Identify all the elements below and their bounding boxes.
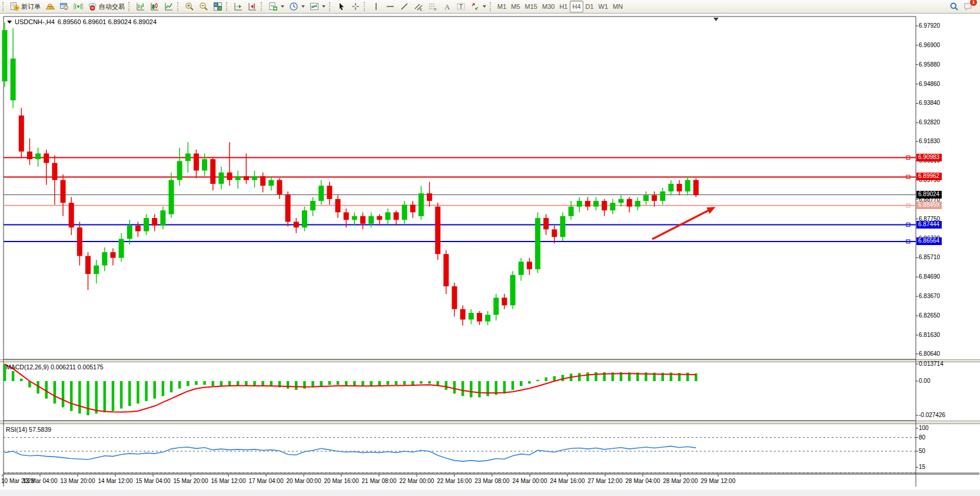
macd-tick: 0.00: [919, 378, 930, 384]
price-tick: 6.97920: [919, 22, 940, 29]
cursor-button[interactable]: [334, 1, 348, 12]
crosshair-button[interactable]: [348, 1, 363, 12]
timeframe-h1-button[interactable]: H1: [557, 1, 570, 12]
candle: [277, 180, 282, 194]
trendline-icon: [400, 2, 409, 11]
candle: [577, 201, 582, 207]
svg-text:F: F: [434, 8, 437, 11]
templates-button[interactable]: [307, 1, 328, 12]
zoom-in-button[interactable]: [182, 1, 197, 12]
svg-text:E: E: [420, 8, 422, 11]
toolbar-grip[interactable]: [2, 2, 6, 11]
candle: [535, 218, 540, 269]
candle: [85, 256, 91, 275]
channel-button[interactable]: E: [411, 1, 426, 12]
fibonacci-icon: F: [428, 2, 437, 11]
periods-button[interactable]: [287, 1, 307, 12]
text-label-button[interactable]: T: [454, 1, 468, 12]
autoscroll-icon: [234, 2, 243, 11]
candle: [677, 184, 682, 191]
toolbar-grip[interactable]: [226, 2, 230, 11]
candle: [268, 180, 274, 186]
chevron-down-icon[interactable]: [7, 21, 12, 24]
candle: [627, 199, 632, 207]
candle: [469, 313, 474, 319]
timeframe-m30-button[interactable]: M30: [540, 1, 557, 12]
timeframe-m5-button[interactable]: M5: [509, 1, 522, 12]
templates-icon: [310, 2, 319, 11]
search-icon: [949, 2, 959, 11]
toolbar-grip[interactable]: [261, 2, 264, 11]
bar-chart-button[interactable]: [134, 1, 148, 12]
vertical-line-button[interactable]: [369, 1, 383, 12]
candle: [294, 222, 299, 228]
add-indicator-button[interactable]: [266, 1, 287, 12]
candle: [218, 173, 224, 184]
channel-icon: E: [414, 2, 423, 11]
chart-canvas[interactable]: [0, 14, 980, 496]
timeframe-m1-button[interactable]: M1: [495, 1, 509, 12]
timeframe-mn-button[interactable]: MN: [610, 1, 625, 12]
gold-button[interactable]: [43, 1, 57, 12]
timeframe-m15-button[interactable]: M15: [523, 1, 540, 12]
rsi-indicator-label: RSI(14) 57.5839: [6, 426, 51, 433]
chat-notification-badge: 1: [970, 0, 977, 6]
timeframe-d1-button[interactable]: D1: [583, 1, 596, 12]
candle: [210, 159, 215, 184]
price-tick: 6.85710: [919, 254, 940, 260]
trendline-button[interactable]: [397, 1, 411, 12]
horizontal-line-button[interactable]: [383, 1, 397, 12]
chart-profiles-icon: [59, 2, 69, 11]
toolbar-grip[interactable]: [364, 2, 367, 11]
current-price-label: 6.89024: [916, 191, 942, 199]
toolbar-grip[interactable]: [490, 2, 493, 11]
rsi-tick: 15: [919, 464, 925, 470]
candlestick-chart-icon: [150, 2, 160, 11]
timeframe-w1-button[interactable]: W1: [596, 1, 611, 12]
rsi-name: RSI(14): [6, 426, 27, 433]
timeframe-h4-button[interactable]: H4: [570, 1, 583, 12]
candle: [477, 313, 482, 321]
candle: [260, 176, 265, 186]
toolbar-grip[interactable]: [329, 2, 333, 11]
arrow-annotation[interactable]: [652, 207, 716, 239]
autoscroll-button[interactable]: [231, 1, 245, 12]
price-tick: 6.84690: [919, 273, 940, 280]
chart-shift-button[interactable]: [245, 1, 260, 12]
candle: [669, 184, 674, 191]
candle: [352, 216, 357, 220]
text-button[interactable]: A: [440, 1, 454, 12]
arrows-button[interactable]: [468, 1, 489, 12]
fibonacci-button[interactable]: F: [426, 1, 440, 12]
candle: [110, 252, 115, 258]
zoom-out-button[interactable]: [197, 1, 211, 12]
line-chart-icon: [164, 2, 174, 11]
chevron-down-icon: [483, 5, 486, 8]
tile-windows-button[interactable]: [211, 1, 225, 12]
candle: [485, 315, 490, 321]
candle: [510, 275, 516, 306]
autotrading-button[interactable]: 自动交易: [85, 1, 127, 12]
candle: [202, 159, 207, 170]
candle: [344, 212, 349, 220]
chart-profiles-button[interactable]: [57, 1, 71, 12]
line-chart-button[interactable]: [162, 1, 176, 12]
candle: [27, 151, 32, 159]
new-order-button[interactable]: 新订单: [8, 1, 43, 12]
toolbar-grip[interactable]: [128, 2, 132, 11]
candle: [418, 193, 424, 216]
candlestick-chart-button[interactable]: [148, 1, 162, 12]
candle: [585, 201, 590, 207]
candle: [552, 229, 557, 237]
price-line-label: 6.90983: [916, 154, 942, 161]
chat-button[interactable]: 1: [961, 1, 975, 12]
candle: [2, 30, 8, 81]
rsi-line: [5, 446, 696, 461]
signal-button[interactable]: [71, 1, 85, 12]
price-tick: 6.93840: [919, 100, 940, 106]
search-button[interactable]: [947, 1, 961, 12]
toolbar-grip[interactable]: [177, 2, 181, 11]
chart-shift-marker[interactable]: [713, 18, 719, 21]
candle: [693, 180, 699, 196]
candle: [519, 262, 524, 275]
